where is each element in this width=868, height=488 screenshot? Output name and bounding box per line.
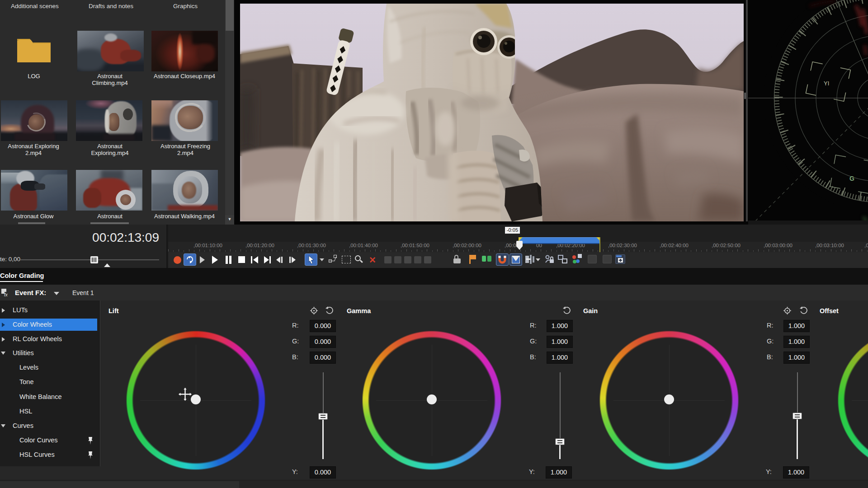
svg-text:YI: YI	[824, 80, 829, 87]
svg-text:G: G	[849, 175, 854, 182]
svg-text:fx: fx	[4, 292, 8, 297]
